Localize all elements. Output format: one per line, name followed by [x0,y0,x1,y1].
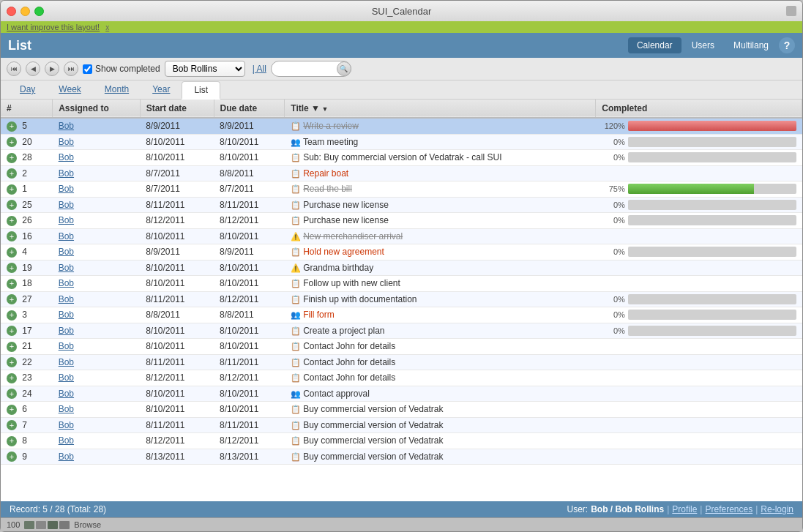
search-button[interactable]: 🔍 [337,61,351,76]
nav-prev-btn[interactable]: ◀ [26,61,40,76]
user-link[interactable]: Bob [59,420,74,430]
user-link[interactable]: Bob [59,357,74,367]
table-row[interactable]: + 24 Bob 8/10/2011 8/10/2011 👥 Contact a… [1,386,802,402]
nav-next-btn[interactable]: ▶ [45,61,59,76]
task-title[interactable]: Purchase new license [303,215,389,225]
task-title[interactable]: Contact approval [303,389,370,399]
row-add-btn[interactable]: + [7,168,17,179]
user-link[interactable]: Bob [59,215,74,225]
table-row[interactable]: + 28 Bob 8/10/2011 8/10/2011 📋 Sub: Buy … [1,150,802,166]
table-row[interactable]: + 2 Bob 8/7/2011 8/8/2011 📋 Repair boat [1,165,802,181]
row-add-btn[interactable]: + [7,436,17,446]
window-resize-btn[interactable] [786,6,796,16]
tab-month[interactable]: Month [93,80,141,100]
table-row[interactable]: + 16 Bob 8/10/2011 8/10/2011 ⚠️ New merc… [1,228,802,244]
bottom-icon-3[interactable] [48,521,58,529]
row-add-btn[interactable]: + [7,389,17,399]
nav-first-btn[interactable]: ⏮ [7,61,21,76]
task-title[interactable]: Repair boat [303,168,348,179]
task-title[interactable]: Read the bill [303,184,352,194]
table-row[interactable]: + 26 Bob 8/12/2011 8/12/2011 📋 Purchase … [1,213,802,229]
task-title[interactable]: Write a review [303,121,359,131]
task-title[interactable]: Buy commercial version of Vedatrak [303,420,443,430]
row-add-btn[interactable]: + [7,121,17,132]
improve-close[interactable]: x [105,23,109,31]
row-add-btn[interactable]: + [7,357,17,367]
minimize-button[interactable] [20,7,30,16]
table-row[interactable]: + 21 Bob 8/10/2011 8/10/2011 📋 Contact J… [1,339,802,355]
task-title[interactable]: Buy commercial version of Vedatrak [303,452,443,462]
table-row[interactable]: + 7 Bob 8/11/2011 8/11/2011 📋 Buy commer… [1,417,802,433]
table-row[interactable]: + 4 Bob 8/9/2011 8/9/2011 📋 Hold new agr… [1,244,802,261]
close-button[interactable] [7,7,16,16]
help-button[interactable]: ? [779,37,795,53]
user-link[interactable]: Bob [59,310,74,320]
user-link[interactable]: Bob [59,121,74,131]
task-title[interactable]: Fill form [303,310,335,320]
profile-link[interactable]: Profile [672,504,697,514]
row-add-btn[interactable]: + [7,247,17,258]
user-link[interactable]: Bob [59,152,74,162]
task-title[interactable]: Team meeting [303,137,358,147]
tab-year[interactable]: Year [141,80,182,100]
task-title[interactable]: Create a project plan [303,326,384,336]
task-title[interactable]: Grandma birthday [303,263,373,273]
show-completed-checkbox[interactable] [83,64,92,74]
user-link[interactable]: Bob [59,200,74,210]
table-row[interactable]: + 17 Bob 8/10/2011 8/10/2011 📋 Create a … [1,323,802,339]
maximize-button[interactable] [34,7,44,16]
row-add-btn[interactable]: + [7,405,17,415]
user-link[interactable]: Bob [59,326,74,336]
table-row[interactable]: + 19 Bob 8/10/2011 8/10/2011 ⚠️ Grandma … [1,260,802,276]
nav-last-btn[interactable]: ⏭ [64,61,78,76]
tab-day[interactable]: Day [8,80,47,100]
tab-list[interactable]: List [182,81,220,100]
user-link[interactable]: Bob [59,452,74,462]
bottom-icon-1[interactable] [24,521,34,529]
user-link[interactable]: Bob [59,404,74,414]
bottom-icon-2[interactable] [36,521,46,529]
user-link[interactable]: Bob [59,231,74,241]
table-row[interactable]: + 25 Bob 8/11/2011 8/11/2011 📋 Purchase … [1,197,802,213]
user-link[interactable]: Bob [59,263,74,273]
table-row[interactable]: + 6 Bob 8/10/2011 8/10/2011 📋 Buy commer… [1,402,802,418]
row-add-btn[interactable]: + [7,310,17,321]
task-title[interactable]: New merchandiser arrival [303,231,403,241]
row-add-btn[interactable]: + [7,184,17,195]
table-row[interactable]: + 9 Bob 8/13/2011 8/13/2011 📋 Buy commer… [1,449,802,465]
row-add-btn[interactable]: + [7,420,17,430]
tab-week[interactable]: Week [47,80,92,100]
nav-multilang[interactable]: Multilang [725,37,777,53]
table-row[interactable]: + 18 Bob 8/10/2011 8/10/2011 📋 Follow up… [1,276,802,292]
user-dropdown[interactable]: Bob Rollins [165,61,245,77]
row-add-btn[interactable]: + [7,263,17,273]
table-row[interactable]: + 1 Bob 8/7/2011 8/7/2011 📋 Read the bil… [1,181,802,198]
row-add-btn[interactable]: + [7,326,17,336]
user-link[interactable]: Bob [59,294,74,304]
user-link[interactable]: Bob [59,372,74,383]
row-add-btn[interactable]: + [7,342,17,352]
row-add-btn[interactable]: + [7,452,17,462]
task-title[interactable]: Contact John for details [303,357,395,367]
task-title[interactable]: Contact John for details [303,341,395,351]
table-row[interactable]: + 27 Bob 8/11/2011 8/12/2011 📋 Finish up… [1,291,802,307]
table-row[interactable]: + 20 Bob 8/10/2011 8/10/2011 👥 Team meet… [1,134,802,150]
user-link[interactable]: Bob [59,278,74,288]
user-link[interactable]: Bob [59,184,74,194]
nav-users[interactable]: Users [683,37,723,53]
user-link[interactable]: Bob [59,341,74,351]
task-title[interactable]: Hold new agreement [303,247,384,257]
task-title[interactable]: Contact John for details [303,372,395,383]
table-row[interactable]: + 23 Bob 8/12/2011 8/12/2011 📋 Contact J… [1,370,802,386]
relogin-link[interactable]: Re-login [761,504,793,514]
all-link[interactable]: | All [253,64,266,74]
user-link[interactable]: Bob [59,168,74,179]
user-link[interactable]: Bob [59,389,74,399]
bottom-icon-4[interactable] [59,521,70,529]
row-add-btn[interactable]: + [7,294,17,304]
user-link[interactable]: Bob [59,247,74,257]
task-title[interactable]: Purchase new license [303,200,389,210]
task-title[interactable]: Sub: Buy commercial version of Vedatrak … [303,152,501,162]
improve-link[interactable]: I want improve this layout! [7,23,100,31]
row-add-btn[interactable]: + [7,231,17,241]
